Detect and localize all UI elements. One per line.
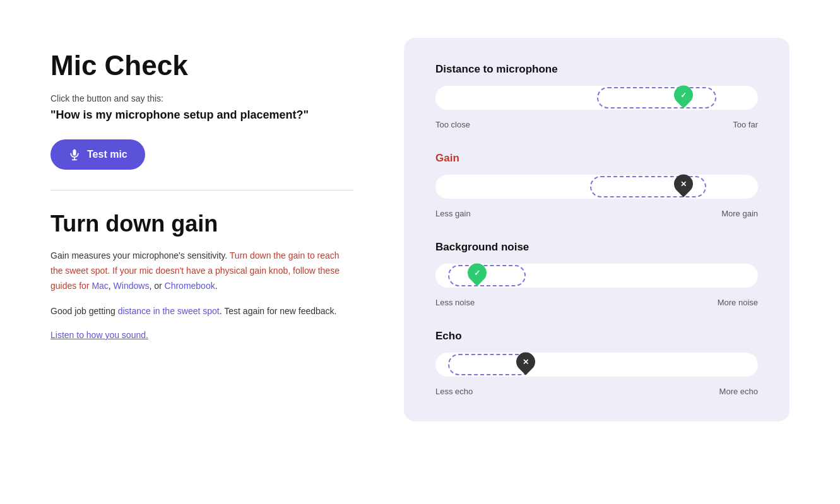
metric-labels-echo: Less echoMore echo [435, 387, 758, 396]
pin-circle-distance: ✓ [670, 81, 697, 108]
slider-track-echo: ✕ [435, 353, 758, 377]
pin-gain: ✕ [674, 175, 693, 194]
slider-echo[interactable]: ✕ [435, 349, 758, 380]
metric-labels-gain: Less gainMore gain [435, 209, 758, 218]
slider-track-distance: ✓ [435, 86, 758, 110]
metric-title-echo: Echo [435, 330, 758, 343]
pin-background-noise: ✓ [468, 264, 487, 283]
slider-background-noise[interactable]: ✓ [435, 260, 758, 291]
mac-link[interactable]: Mac [92, 281, 108, 291]
test-mic-button[interactable]: Test mic [50, 139, 145, 170]
metric-section-background-noise: Background noise✓Less noiseMore noise [435, 241, 758, 307]
divider [50, 190, 353, 190]
label-right-gain: More gain [721, 209, 758, 218]
slider-distance[interactable]: ✓ [435, 82, 758, 114]
pin-circle-echo: ✕ [512, 348, 539, 375]
label-left-distance: Too close [435, 120, 470, 129]
metric-labels-background-noise: Less noiseMore noise [435, 298, 758, 307]
feedback-note: Good job getting distance in the sweet s… [50, 304, 353, 319]
windows-link[interactable]: Windows [114, 281, 150, 291]
feedback-text-1: Gain measures your microphone's sensitiv… [50, 250, 230, 261]
feedback-title: Turn down gain [50, 211, 353, 237]
chromebook-link[interactable]: Chromebook [165, 281, 215, 291]
pin-distance: ✓ [674, 86, 693, 105]
dashed-highlight-distance [597, 87, 716, 108]
slider-gain[interactable]: ✕ [435, 171, 758, 202]
instruction-label: Click the button and say this: [50, 93, 353, 103]
pin-inner-echo: ✕ [523, 358, 529, 366]
pin-inner-background-noise: ✓ [474, 269, 480, 278]
metric-labels-distance: Too closeToo far [435, 120, 758, 129]
slider-track-background-noise: ✓ [435, 264, 758, 288]
dashed-highlight-background-noise [448, 265, 526, 286]
label-right-distance: Too far [733, 120, 758, 129]
label-right-background-noise: More noise [718, 298, 758, 307]
metric-title-background-noise: Background noise [435, 241, 758, 254]
page-container: Mic Check Click the button and say this:… [0, 0, 840, 504]
metric-title-gain: Gain [435, 152, 758, 165]
pin-inner-distance: ✓ [680, 91, 687, 100]
left-panel: Mic Check Click the button and say this:… [50, 38, 353, 341]
metric-section-gain: Gain✕Less gainMore gain [435, 152, 758, 218]
label-left-echo: Less echo [435, 387, 473, 396]
instruction-phrase: "How is my microphone setup and placemen… [50, 108, 353, 122]
pin-inner-gain: ✕ [680, 180, 687, 189]
slider-track-gain: ✕ [435, 175, 758, 199]
label-left-gain: Less gain [435, 209, 471, 218]
right-panel: Distance to microphone✓Too closeToo farG… [404, 38, 790, 421]
svg-rect-0 [73, 149, 76, 156]
metric-section-distance: Distance to microphone✓Too closeToo far [435, 63, 758, 129]
pin-circle-gain: ✕ [670, 170, 697, 197]
test-mic-label: Test mic [87, 149, 127, 160]
label-right-echo: More echo [719, 387, 758, 396]
pin-echo: ✕ [516, 353, 535, 372]
metric-section-echo: Echo✕Less echoMore echo [435, 330, 758, 396]
feedback-description: Gain measures your microphone's sensitiv… [50, 249, 353, 293]
label-left-background-noise: Less noise [435, 298, 475, 307]
pin-circle-background-noise: ✓ [464, 259, 490, 286]
listen-link[interactable]: Listen to how you sound. [50, 330, 148, 340]
mic-icon [68, 148, 81, 161]
page-title: Mic Check [50, 50, 353, 81]
metric-title-distance: Distance to microphone [435, 63, 758, 76]
